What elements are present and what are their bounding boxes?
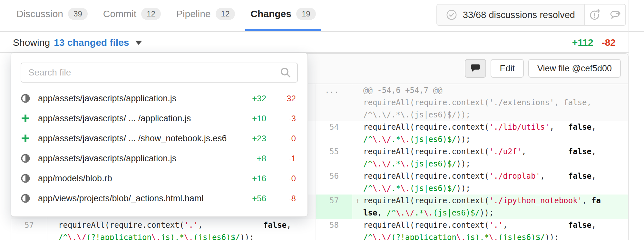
tab-count-badge: 12 (216, 8, 235, 20)
diff-row: ...@@ -54,6 +54,7 @@ requireAll(require.… (316, 84, 628, 121)
line-number[interactable]: 58 (316, 219, 352, 240)
line-number[interactable]: ... (316, 84, 352, 121)
total-additions: +112 (572, 37, 593, 48)
toggle-comments-button[interactable] (465, 59, 486, 78)
diff-line-prefix (47, 219, 58, 240)
code-line: @@ -54,6 +54,7 @@ requireAll(require.con… (363, 84, 628, 121)
tab-label: Discussion (16, 8, 63, 19)
file-row[interactable]: app/assets/javascripts/ ... /show_notebo… (11, 128, 307, 148)
diff-line-prefix (352, 170, 363, 195)
discussions-resolved-status: 33/68 discussions resolved (437, 5, 584, 25)
added-file-icon (21, 134, 30, 143)
merge-request-changes-page: Discussion 39 Commit 12 Pipeline 12 Chan… (0, 0, 644, 240)
file-path: app/assets/javascripts/ ... /application… (38, 114, 230, 124)
code-line: requireAll(require.context('./droplab', … (363, 170, 628, 195)
added-file-icon (21, 114, 32, 123)
line-number[interactable]: 57 (11, 219, 47, 240)
file-path: app/models/blob.rb (38, 174, 230, 184)
view-file-button[interactable]: View file @cef5d00 (528, 59, 621, 78)
file-path: app/assets/javascripts/ ... /show_notebo… (38, 134, 230, 144)
file-path: app/assets/javascripts/application.js (38, 94, 230, 104)
file-row[interactable]: app/assets/javascripts/application.js+8-… (11, 148, 307, 168)
additions-count: +16 (237, 174, 266, 184)
diff-row: 54requireAll(require.context('./lib/util… (316, 121, 628, 145)
additions-count: +23 (237, 134, 266, 144)
tab-commit[interactable]: Commit 12 (98, 3, 166, 31)
tab-count-badge: 39 (68, 8, 88, 20)
tab-label: Pipeline (176, 8, 211, 19)
tab-discussion[interactable]: Discussion 39 (11, 3, 93, 31)
changed-files-bar: Showing 13 changed files +112 -82 (0, 33, 629, 53)
file-row[interactable]: app/views/projects/blob/_actions.html.ha… (11, 188, 307, 208)
code-line: requireAll(require.context('./lib/utils'… (363, 121, 628, 145)
added-file-icon (21, 134, 32, 143)
file-row[interactable]: app/assets/javascripts/application.js+32… (11, 88, 307, 108)
resolved-count-text: 33/68 discussions resolved (463, 10, 575, 20)
tab-pipeline[interactable]: Pipeline 12 (171, 3, 240, 31)
additions-count: +10 (237, 114, 266, 124)
diff-stats: +112 -82 (572, 37, 616, 48)
added-file-icon (21, 114, 30, 123)
code-line: requireAll(require.context('.', false, /… (363, 219, 628, 240)
line-number[interactable]: 54 (316, 121, 352, 145)
total-deletions: -82 (602, 37, 616, 48)
modified-file-icon (21, 194, 30, 203)
deletions-count: -8 (273, 194, 296, 204)
diff-pane-new: ...@@ -54,6 +54,7 @@ requireAll(require.… (316, 84, 628, 240)
modified-file-icon (21, 174, 30, 183)
resolve-in-new-issue-button[interactable] (584, 5, 605, 25)
discussions-resolved-group: 33/68 discussions resolved (436, 4, 626, 26)
diff-line-prefix (352, 145, 363, 170)
file-search (21, 63, 298, 83)
modified-file-icon (21, 174, 32, 183)
line-number[interactable]: 56 (316, 170, 352, 195)
file-row[interactable]: app/assets/javascripts/ ... /application… (11, 108, 307, 128)
tab-changes[interactable]: Changes 19 (245, 3, 321, 31)
code-line: requireAll(require.context('./u2f', fals… (363, 145, 628, 170)
edit-file-button[interactable]: Edit (491, 59, 524, 78)
code-line: requireAll(require.context('./ipython_no… (363, 195, 628, 219)
diff-line-prefix (352, 121, 363, 145)
changed-file-list: app/assets/javascripts/application.js+32… (11, 88, 307, 208)
content-right-border (629, 0, 629, 240)
view-file-button-label: View file @cef5d00 (537, 64, 612, 74)
tab-count-badge: 19 (296, 8, 316, 20)
changed-files-dropdown-link[interactable]: 13 changed files (54, 37, 129, 48)
resolve-in-new-issue-icon (589, 9, 601, 21)
tab-count-badge: 12 (141, 8, 161, 20)
additions-count: +32 (237, 94, 266, 104)
modified-file-icon (21, 194, 32, 203)
dropdown-caret-icon (135, 41, 142, 48)
search-file-input[interactable] (21, 63, 298, 83)
diff-row: 56requireAll(require.context('./droplab'… (316, 170, 628, 195)
jump-to-next-discussion-button[interactable] (605, 5, 625, 25)
diff-line-prefix: + (352, 195, 363, 219)
diff-row: 58requireAll(require.context('.', false,… (316, 219, 628, 240)
deletions-count: -3 (273, 114, 296, 124)
additions-count: +56 (237, 194, 266, 204)
modified-file-icon (21, 94, 32, 103)
check-circle-icon (446, 9, 457, 20)
modified-file-icon (21, 154, 32, 163)
changed-files-dropdown-panel: app/assets/javascripts/application.js+32… (11, 53, 308, 217)
diff-row: 57requireAll(require.context('.', false,… (11, 219, 316, 240)
modified-file-icon (21, 94, 30, 103)
diff-row: 55requireAll(require.context('./u2f', fa… (316, 145, 628, 170)
jump-to-next-discussion-icon (609, 9, 621, 21)
file-header-actions: Edit View file @cef5d00 (465, 59, 621, 78)
diff-row: 57+requireAll(require.context('./ipython… (316, 195, 628, 219)
edit-button-label: Edit (500, 64, 515, 74)
file-row[interactable]: app/models/blob.rb+16-0 (11, 168, 307, 188)
tab-label: Changes (250, 8, 291, 19)
diff-line-prefix (352, 84, 363, 121)
deletions-count: -0 (273, 134, 296, 144)
line-number[interactable]: 57 (316, 195, 352, 219)
modified-file-icon (21, 154, 30, 163)
line-number[interactable]: 55 (316, 145, 352, 170)
file-path: app/views/projects/blob/_actions.html.ha… (38, 194, 230, 204)
showing-label: Showing (13, 37, 50, 48)
additions-count: +8 (237, 154, 266, 164)
diff-line-prefix (352, 219, 363, 240)
comment-bubble-icon (471, 64, 480, 73)
tab-label: Commit (103, 8, 136, 19)
